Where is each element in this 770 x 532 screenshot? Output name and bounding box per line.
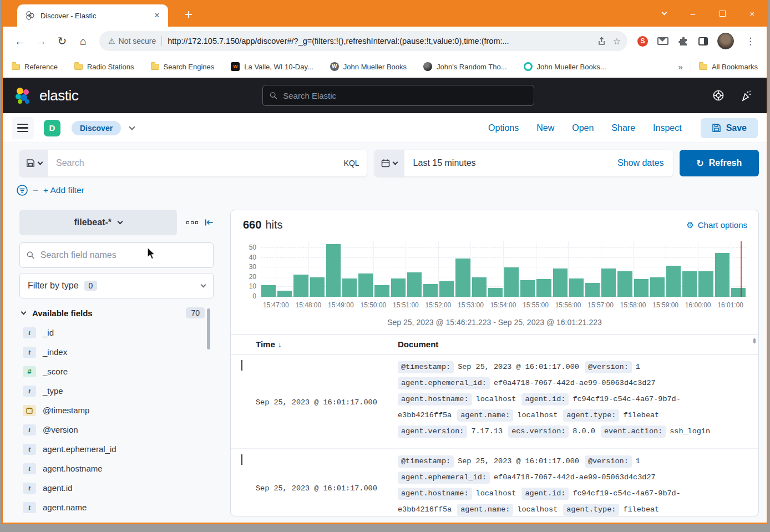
global-search-input[interactable] <box>283 91 527 100</box>
newsfeed-icon[interactable] <box>740 89 752 102</box>
sidebar-scrollbar[interactable] <box>207 308 210 349</box>
minimize-button[interactable]: – <box>688 9 697 18</box>
chart-bar[interactable] <box>553 268 568 297</box>
filter-icon[interactable] <box>16 184 28 196</box>
refresh-button[interactable]: ↻ Refresh <box>680 150 759 176</box>
field-item[interactable]: @timestamp <box>19 401 214 420</box>
chart-bar[interactable] <box>731 288 746 297</box>
chart-bar[interactable] <box>439 281 454 297</box>
chart-bar[interactable] <box>715 253 730 297</box>
query-search-input[interactable] <box>48 150 337 176</box>
field-item[interactable]: tagent.hostname <box>19 459 214 478</box>
chart-bar[interactable] <box>682 271 697 297</box>
toolbar-link-inspect[interactable]: Inspect <box>653 123 682 133</box>
breadcrumb-discover[interactable]: Discover <box>72 121 121 135</box>
chart-bar[interactable] <box>617 271 632 297</box>
bookmark-item[interactable]: WJohn Mueller Books <box>330 62 407 71</box>
chart-bar[interactable] <box>391 278 406 297</box>
chart-bar[interactable] <box>423 284 438 297</box>
url-text[interactable]: http://172.105.7.150/app/discover#/?_g=(… <box>168 37 590 45</box>
all-bookmarks-button[interactable]: All Bookmarks <box>699 63 758 71</box>
chart-bar[interactable] <box>585 283 600 297</box>
bookmark-item[interactable]: John Mueller Books... <box>524 62 606 71</box>
chart-bar[interactable] <box>277 291 292 297</box>
reload-button[interactable]: ↻ <box>52 34 73 48</box>
forward-button[interactable]: → <box>31 35 52 48</box>
nav-menu-icon[interactable] <box>12 117 34 139</box>
toolbar-link-options[interactable]: Options <box>488 123 519 133</box>
back-button[interactable]: ← <box>9 35 31 48</box>
toolbar-link-new[interactable]: New <box>536 123 554 133</box>
chart-bar[interactable] <box>472 277 487 297</box>
chart-bar[interactable] <box>536 279 551 297</box>
chart-bar[interactable] <box>293 275 308 297</box>
add-filter-button[interactable]: + Add filter <box>43 185 84 195</box>
reading-list-icon[interactable] <box>698 37 708 45</box>
chart-bar[interactable] <box>455 259 470 297</box>
available-fields-header[interactable]: Available fields 70 <box>19 307 214 318</box>
collapse-sidebar-icon[interactable] <box>205 218 214 227</box>
chart-bar[interactable] <box>569 278 584 297</box>
table-scrollbar[interactable] <box>753 338 756 343</box>
chart-bar[interactable] <box>261 285 276 297</box>
new-tab-button[interactable]: + <box>181 7 196 22</box>
chart-bar[interactable] <box>342 278 357 297</box>
time-range-label[interactable]: Last 15 minutes <box>404 150 617 176</box>
address-bar[interactable]: ⚠ Not secure http://172.105.7.150/app/di… <box>99 31 627 51</box>
field-item[interactable]: tagent.name <box>19 498 214 517</box>
bookmark-item[interactable]: Search Engines <box>151 63 215 71</box>
chart-bar[interactable] <box>488 288 503 297</box>
show-dates-button[interactable]: Show dates <box>617 150 673 176</box>
chart-bar[interactable] <box>326 244 341 297</box>
space-badge[interactable]: D <box>44 120 60 136</box>
filter-by-type-select[interactable]: Filter by type 0 <box>19 273 214 298</box>
global-search-box[interactable] <box>262 85 534 106</box>
toolbar-link-share[interactable]: Share <box>611 123 635 133</box>
toolbar-link-open[interactable]: Open <box>572 123 594 133</box>
bookmarks-overflow-icon[interactable]: » <box>678 62 683 72</box>
bookmark-star-icon[interactable]: ☆ <box>613 36 621 47</box>
extension-mail-icon[interactable] <box>657 37 668 45</box>
tab-close-icon[interactable]: × <box>151 11 163 21</box>
field-search-box[interactable] <box>19 242 214 268</box>
chart-bar[interactable] <box>407 272 422 297</box>
extension-shield-icon[interactable]: S <box>637 36 648 47</box>
browser-menu-icon[interactable]: ⋮ <box>743 36 757 47</box>
bookmark-item[interactable]: Reference <box>12 63 58 71</box>
datepicker-calendar-button[interactable] <box>374 150 404 176</box>
chart-bar[interactable] <box>650 277 665 297</box>
chart-bar[interactable] <box>698 271 713 297</box>
extensions-puzzle-icon[interactable] <box>678 36 689 47</box>
bookmark-item[interactable]: wLa Valle, WI 10-Day... <box>231 62 313 71</box>
bookmark-item[interactable]: John's Random Tho... <box>423 62 507 71</box>
expand-row-icon[interactable] <box>241 454 242 465</box>
kql-language-button[interactable]: KQL <box>337 150 367 176</box>
field-item[interactable]: t_type <box>19 381 214 401</box>
chart-bar[interactable] <box>634 279 649 297</box>
chart-bar[interactable] <box>374 285 389 297</box>
chart-bar[interactable] <box>666 266 681 297</box>
bookmark-item[interactable]: Radio Stations <box>74 63 134 71</box>
chart-bar[interactable] <box>601 268 616 297</box>
maximize-button[interactable] <box>720 11 726 17</box>
field-item[interactable]: #_score <box>19 362 214 381</box>
index-pattern-selector[interactable]: filebeat-* <box>19 210 177 235</box>
browser-tab[interactable]: Discover - Elastic × <box>17 4 168 27</box>
chart-bar[interactable] <box>504 267 519 297</box>
window-close-button[interactable]: × <box>748 9 757 18</box>
sort-down-icon[interactable]: ↓ <box>278 340 282 349</box>
field-item[interactable]: tagent.id <box>19 478 214 498</box>
sidebar-options-icon[interactable] <box>186 221 198 224</box>
breadcrumb-dropdown-icon[interactable] <box>129 124 135 130</box>
time-column-header[interactable]: Time ↓ <box>256 340 398 349</box>
saved-query-button[interactable] <box>19 150 48 176</box>
chevron-down-icon[interactable] <box>662 9 667 15</box>
security-label[interactable]: Not secure <box>119 37 156 45</box>
chart-bar[interactable] <box>310 277 325 297</box>
chart-options-button[interactable]: ⚙ Chart options <box>686 220 747 230</box>
home-button[interactable]: ⌂ <box>73 35 94 48</box>
chart-bar[interactable] <box>358 273 373 297</box>
expand-row-icon[interactable] <box>241 360 242 371</box>
share-icon[interactable] <box>597 37 606 46</box>
field-item[interactable]: t_id <box>19 323 214 342</box>
